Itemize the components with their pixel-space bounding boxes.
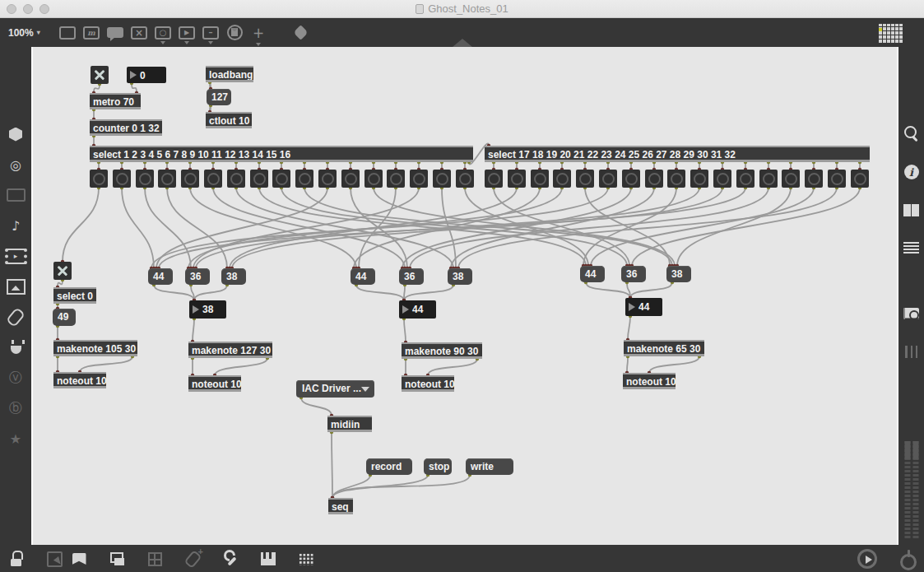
object-ctlout[interactable]: ctlout 10 [206,112,252,128]
bang-button[interactable] [667,170,685,188]
camera-icon[interactable] [902,304,922,323]
plus-icon[interactable]: + [250,26,267,40]
bang-button[interactable] [433,170,451,188]
object-counter[interactable]: counter 0 1 32 [90,119,162,136]
message-write[interactable]: write [466,458,513,475]
bang-button[interactable] [158,170,176,188]
object-noteout-c[interactable]: noteout 10 [402,375,454,392]
bang-button[interactable] [272,170,290,188]
bang-button[interactable] [576,170,594,188]
bang-button[interactable] [204,170,222,188]
grid-icon[interactable] [145,549,165,569]
bang-button[interactable] [113,170,131,188]
image-icon[interactable] [6,277,26,296]
video-icon[interactable]: ▸ [6,246,26,266]
object-makenote-127[interactable]: makenote 127 30 [188,342,272,358]
lock-icon[interactable] [7,549,26,569]
message-44-b[interactable]: 44 [148,268,173,285]
message-44-d[interactable]: 44 [580,266,605,282]
paperclip-icon[interactable] [6,307,26,327]
package-icon[interactable] [6,124,26,144]
message-49[interactable]: 49 [53,309,76,326]
clip-plus-icon[interactable] [183,549,202,569]
search-icon[interactable] [902,124,922,144]
bang-button[interactable] [456,170,474,188]
bang-button[interactable] [622,170,640,188]
message-record[interactable]: record [366,458,412,475]
message-38-b[interactable]: 38 [221,268,246,285]
panels-icon[interactable] [902,200,922,220]
message-36-d[interactable]: 36 [621,266,646,282]
bang-button[interactable] [250,170,268,188]
bang-button[interactable] [341,170,360,188]
bang-button[interactable] [599,170,617,188]
number-rate[interactable]: 0 [127,67,166,83]
bang-button[interactable] [90,170,108,188]
message-38-c[interactable]: 38 [448,268,472,285]
b-badge-icon[interactable]: ⓑ [6,398,26,418]
message-36-c[interactable]: 36 [399,268,424,285]
patch-canvas[interactable]: 0metro 70counter 0 1 32loadbang127ctlout… [31,47,898,545]
bang-button[interactable] [851,170,869,188]
number-b[interactable]: 38 [189,300,226,319]
piano-icon[interactable] [258,549,278,569]
bang-button[interactable] [531,170,549,188]
number-c[interactable]: 44 [399,300,436,319]
bang-button[interactable] [181,170,199,188]
keyboard-icon[interactable] [6,185,26,205]
message-38-d[interactable]: 38 [666,266,691,282]
bang-button[interactable] [828,170,846,188]
message-36-b[interactable]: 36 [185,268,210,285]
toggle-icon[interactable]: × [131,26,147,40]
bang-button[interactable] [136,170,154,188]
umenu-midi-driver[interactable]: IAC Driver ... [296,380,374,398]
list-icon[interactable] [902,238,922,258]
bang-button[interactable] [318,170,337,188]
bang-button[interactable] [295,170,313,188]
message-44-c[interactable]: 44 [351,268,375,285]
wrench-icon[interactable] [221,549,240,569]
note-icon[interactable]: ♪ [6,216,26,235]
info-icon[interactable] [902,162,922,182]
button-icon[interactable]: ○ [155,26,171,40]
paint-bucket-icon[interactable] [292,26,309,40]
bang-button[interactable] [736,170,755,188]
run-button[interactable] [857,548,878,570]
message-stop[interactable]: stop [424,458,452,475]
toggle-main[interactable] [91,66,109,84]
object-select-1-16[interactable]: select 1 2 3 4 5 6 7 8 9 10 11 12 13 14 … [90,146,473,162]
object-palette-icon[interactable] [879,24,903,43]
bang-button[interactable] [387,170,405,188]
bang-button[interactable] [410,170,428,188]
message-127[interactable]: 127 [207,89,231,105]
layers-icon[interactable] [107,549,127,569]
number-d[interactable]: 44 [625,298,662,316]
bang-button[interactable] [713,170,731,188]
audio-power-button[interactable] [898,548,919,570]
mixer-icon[interactable] [902,342,922,361]
bang-button[interactable] [690,170,708,188]
bang-button[interactable] [227,170,245,188]
keypad-icon[interactable] [296,549,316,569]
bang-button[interactable] [782,170,800,188]
message-box-icon[interactable]: m [83,26,100,40]
zoom-control[interactable]: 100% ▾ [0,27,51,39]
dial-icon[interactable] [226,26,243,40]
bang-button[interactable] [645,170,663,188]
presentation-icon[interactable] [69,549,89,569]
object-midiin[interactable]: midiin [327,416,372,432]
toggle-ghost[interactable] [53,262,72,280]
object-loadbang[interactable]: loadbang [206,66,253,82]
select-tool-icon[interactable] [44,549,64,569]
object-box-icon[interactable] [59,26,76,40]
bang-button[interactable] [508,170,526,188]
comment-icon[interactable] [107,27,123,38]
object-select-17-32[interactable]: select 17 18 19 20 21 22 23 24 25 26 27 … [485,146,870,162]
plug-icon[interactable] [6,337,26,357]
object-makenote-105[interactable]: makenote 105 30 [53,340,137,356]
object-makenote-65[interactable]: makenote 65 30 [624,340,704,356]
object-seq[interactable]: seq [328,498,353,514]
object-noteout-a[interactable]: noteout 10 [53,372,106,388]
object-noteout-d[interactable]: noteout 10 [623,373,676,389]
object-metro[interactable]: metro 70 [90,93,141,109]
